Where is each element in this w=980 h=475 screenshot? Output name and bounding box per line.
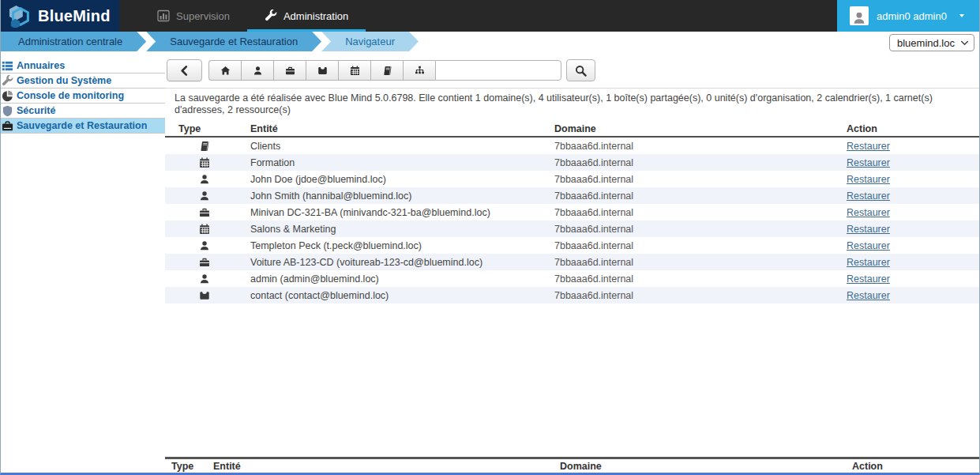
- entity-cell: Clients: [244, 141, 548, 152]
- domain-cell: 7bbaaa6d.internal: [548, 174, 840, 185]
- sidebar-item-label: Gestion du Système: [17, 75, 111, 86]
- bluemind-hexagon-icon: [9, 4, 32, 28]
- filter-calendar-button[interactable]: [338, 60, 370, 81]
- column-header-action: Action: [840, 123, 979, 134]
- filter-resource-button[interactable]: [273, 60, 306, 81]
- restore-link[interactable]: Restaurer: [847, 141, 890, 152]
- table-row: John Doe (jdoe@bluemind.loc) 7bbaaa6d.in…: [165, 171, 979, 187]
- wrench-icon: [265, 9, 277, 22]
- search-button[interactable]: [566, 59, 595, 81]
- restore-link[interactable]: Restaurer: [847, 207, 890, 218]
- domain-cell: 7bbaaa6d.internal: [548, 240, 840, 251]
- table-row: Minivan DC-321-BA (minivandc-321-ba@blue…: [165, 204, 979, 221]
- main-tabs: Supervision Administration: [140, 0, 366, 32]
- entity-type-filter-group: [208, 60, 435, 81]
- home-icon: [220, 66, 231, 76]
- filter-mailshare-button[interactable]: [306, 60, 338, 81]
- user-icon: [199, 240, 210, 251]
- chevron-left-icon: [178, 65, 190, 77]
- user-menu[interactable]: admin0 admin0: [837, 0, 979, 32]
- restore-link[interactable]: Restaurer: [847, 257, 890, 268]
- bar-chart-icon: [157, 9, 170, 22]
- backup-entities-table: Clients 7bbaaa6d.internal Restaurer Form…: [165, 138, 979, 303]
- directory-icon: [2, 60, 13, 72]
- breadcrumb-item-navigateur[interactable]: Navigateur: [321, 32, 419, 51]
- table-row: John Smith (hannibal@bluemind.loc) 7bbaa…: [165, 187, 979, 204]
- backup-info-message: La sauvegarde a été réalisée avec Blue M…: [165, 88, 979, 121]
- restore-link[interactable]: Restaurer: [847, 273, 890, 285]
- tab-supervision[interactable]: Supervision: [140, 0, 247, 32]
- tab-label: Administration: [283, 10, 348, 22]
- breadcrumb-item-administration-centrale[interactable]: Administration centrale: [1, 32, 146, 51]
- table-row: Formation 7bbaaa6d.internal Restaurer: [165, 154, 979, 171]
- search-input[interactable]: [435, 60, 561, 81]
- calendar-icon: [199, 224, 210, 235]
- column-header-domaine: Domaine: [548, 123, 840, 134]
- user-icon: [852, 11, 866, 25]
- restore-link[interactable]: Restaurer: [847, 240, 890, 251]
- table-row: Templeton Peck (t.peck@bluemind.loc) 7bb…: [165, 237, 979, 254]
- filter-domain-button[interactable]: [208, 60, 241, 81]
- domain-cell: 7bbaaa6d.internal: [548, 224, 840, 235]
- entity-cell: Templeton Peck (t.peck@bluemind.loc): [244, 240, 548, 251]
- entity-cell: John Smith (hannibal@bluemind.loc): [244, 190, 548, 202]
- column-header-entite: Entité: [244, 123, 548, 134]
- pie-chart-icon: [2, 90, 13, 102]
- breadcrumb: Administration centrale Sauvegarde et Re…: [1, 32, 979, 51]
- bluemind-admin-window: BlueMind Supervision Administration admi…: [0, 0, 980, 475]
- sidebar-item-console-monitoring[interactable]: Console de monitoring: [1, 89, 165, 104]
- column-header-type: Type: [165, 123, 244, 134]
- restore-link[interactable]: Restaurer: [847, 157, 890, 168]
- entity-cell: John Doe (jdoe@bluemind.loc): [244, 174, 548, 185]
- avatar: [850, 6, 869, 25]
- sidebar-item-label: Sécurité: [17, 105, 55, 116]
- filter-orgunit-button[interactable]: [403, 60, 435, 81]
- entity-cell: Voiture AB-123-CD (voitureab-123-cd@blue…: [244, 257, 548, 268]
- tab-administration[interactable]: Administration: [247, 0, 366, 32]
- mailshare-icon: [317, 66, 328, 76]
- entity-cell: Formation: [244, 157, 548, 168]
- search-icon: [575, 65, 587, 77]
- sidebar-item-sauvegarde-restauration[interactable]: Sauvegarde et Restauration: [1, 119, 165, 134]
- entity-cell: contact (contact@bluemind.loc): [244, 290, 548, 301]
- filter-addressbook-button[interactable]: [370, 60, 403, 81]
- table-row: admin (admin@bluemind.loc) 7bbaaa6d.inte…: [165, 270, 979, 287]
- table-row: Salons & Marketing 7bbaaa6d.internal Res…: [165, 221, 979, 237]
- sidebar-item-label: Annuaires: [17, 60, 65, 71]
- chevron-down-icon: [960, 39, 969, 47]
- top-bar: BlueMind Supervision Administration admi…: [1, 0, 979, 32]
- table-row: Voiture AB-123-CD (voitureab-123-cd@blue…: [165, 254, 979, 270]
- briefcase-icon: [199, 257, 210, 268]
- domain-cell: 7bbaaa6d.internal: [548, 273, 840, 285]
- briefcase-icon: [285, 66, 295, 76]
- tab-label: Supervision: [176, 10, 230, 22]
- restore-link[interactable]: Restaurer: [847, 174, 890, 185]
- restore-link[interactable]: Restaurer: [847, 290, 890, 301]
- browser-toolbar: [167, 59, 979, 81]
- user-icon: [199, 174, 210, 185]
- empty-area: [165, 303, 979, 457]
- calendar-icon: [199, 157, 210, 168]
- calendar-icon: [350, 66, 360, 76]
- sidebar-item-securite[interactable]: Sécurité: [1, 104, 165, 119]
- domain-select[interactable]: bluemind.loc: [889, 34, 974, 51]
- back-button[interactable]: [167, 59, 202, 81]
- restore-link[interactable]: Restaurer: [847, 190, 890, 202]
- breadcrumb-item-sauvegarde-restauration[interactable]: Sauvegarde et Restauration: [146, 32, 321, 51]
- domain-cell: 7bbaaa6d.internal: [548, 141, 840, 152]
- filter-user-button[interactable]: [241, 60, 273, 81]
- shield-icon: [2, 105, 13, 117]
- domain-cell: 7bbaaa6d.internal: [548, 207, 840, 218]
- orgunit-icon: [415, 66, 425, 76]
- sidebar-item-gestion-systeme[interactable]: Gestion du Système: [1, 74, 165, 89]
- backup-browser-panel: La sauvegarde a été réalisée avec Blue M…: [165, 51, 979, 473]
- entity-cell: admin (admin@bluemind.loc): [244, 273, 548, 285]
- sidebar-item-annuaires[interactable]: Annuaires: [1, 58, 165, 74]
- user-name: admin0 admin0: [877, 10, 947, 22]
- restore-link[interactable]: Restaurer: [847, 224, 890, 235]
- column-header-entite: Entité: [207, 461, 554, 472]
- bluemind-logo[interactable]: BlueMind: [1, 0, 119, 32]
- entity-cell: Salons & Marketing: [244, 224, 548, 235]
- caret-down-icon: [958, 13, 966, 19]
- user-icon: [199, 190, 210, 202]
